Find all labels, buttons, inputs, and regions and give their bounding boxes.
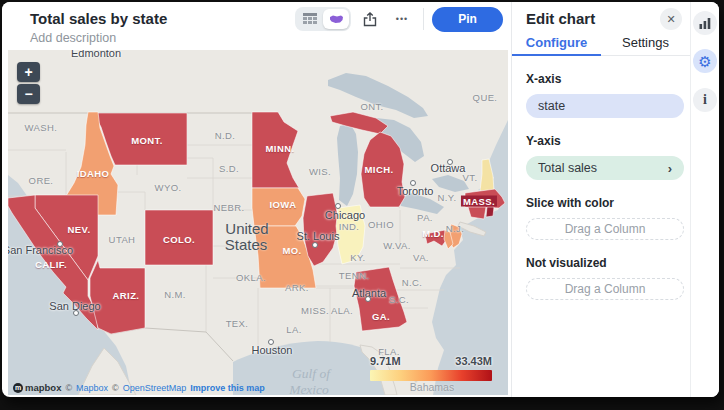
toolbar-divider [423, 8, 424, 30]
choropleth-map[interactable]: WASH.ORE.WYO.UTAHN.M.N.D.S.D.NEBR.OKLA.T… [8, 50, 508, 395]
panel-body: X-axis state Y-axis Total sales › Slice … [526, 56, 684, 300]
mapbox-logo[interactable]: m mapbox [13, 382, 61, 393]
panel-title: Edit chart [526, 10, 595, 27]
tab-settings[interactable]: Settings [601, 30, 690, 55]
legend-gradient-bar [370, 370, 492, 381]
card-header: Total sales by state Add description [2, 2, 511, 50]
mapbox-logo-text: mapbox [25, 382, 61, 393]
close-icon: ✕ [666, 13, 675, 26]
view-toggle [295, 7, 351, 31]
panel-tabs: Configure Settings [512, 30, 690, 56]
improve-map-link[interactable]: Improve this map [190, 383, 265, 393]
chevron-right-icon: › [668, 161, 672, 176]
map-attribution: m mapbox © Mapbox © OpenStreetMap Improv… [13, 382, 265, 393]
tab-configure[interactable]: Configure [512, 30, 601, 55]
zoom-out-button[interactable]: − [17, 84, 40, 104]
x-axis-pill-text: state [538, 99, 565, 113]
x-axis-pill[interactable]: state [526, 94, 684, 118]
pin-button[interactable]: Pin [432, 7, 503, 32]
gear-icon: ⚙ [698, 54, 711, 69]
chart-type-button[interactable] [693, 11, 717, 35]
legend-min-value: 9.71M [370, 355, 401, 367]
header-toolbar: ••• Pin [295, 6, 507, 32]
bar-chart-icon [699, 18, 711, 29]
copyright-symbol: © [112, 383, 119, 393]
page-title: Total sales by state [30, 10, 167, 27]
x-axis-label: X-axis [526, 72, 684, 86]
y-axis-pill[interactable]: Total sales › [526, 156, 684, 180]
y-axis-label: Y-axis [526, 134, 684, 148]
share-icon [363, 12, 377, 27]
state-rhode-island[interactable] [486, 207, 494, 217]
state-colorado[interactable] [145, 210, 213, 265]
side-icon-rail: ⚙ i [690, 2, 719, 397]
share-button[interactable] [357, 7, 383, 31]
state-arizona[interactable] [90, 260, 145, 334]
chart-settings-button[interactable]: ⚙ [693, 49, 717, 73]
close-panel-button[interactable]: ✕ [660, 8, 682, 30]
add-description-field[interactable]: Add description [30, 31, 116, 45]
map-view-button[interactable] [323, 9, 349, 29]
ellipsis-icon: ••• [396, 14, 408, 24]
zoom-in-button[interactable]: + [17, 62, 40, 82]
chart-info-button[interactable]: i [693, 88, 717, 112]
map-canvas [8, 50, 508, 395]
legend-max-value: 33.43M [455, 355, 492, 367]
info-icon: i [703, 93, 707, 107]
map-zoom-controls: + − [17, 62, 40, 104]
more-options-button[interactable]: ••• [389, 7, 415, 31]
app-window: Total sales by state Add description [2, 2, 719, 397]
map-icon [329, 14, 344, 24]
slice-color-dropzone[interactable]: Drag a Column [526, 218, 684, 240]
openstreetmap-link[interactable]: OpenStreetMap [123, 383, 187, 393]
not-visualized-label: Not visualized [526, 256, 684, 270]
slice-with-color-label: Slice with color [526, 196, 684, 210]
y-axis-pill-text: Total sales [538, 161, 597, 175]
table-view-button[interactable] [297, 9, 323, 29]
table-icon [303, 13, 317, 25]
copyright-symbol: © [65, 383, 72, 393]
not-visualized-dropzone[interactable]: Drag a Column [526, 278, 684, 300]
state-iowa[interactable] [252, 188, 305, 226]
color-legend: 9.71M 33.43M [370, 355, 492, 381]
state-connecticut[interactable] [468, 207, 486, 219]
edit-chart-panel: Edit chart ✕ Configure Settings X-axis s… [511, 2, 690, 397]
mapbox-logo-icon: m [13, 383, 23, 393]
mapbox-link[interactable]: Mapbox [76, 383, 108, 393]
